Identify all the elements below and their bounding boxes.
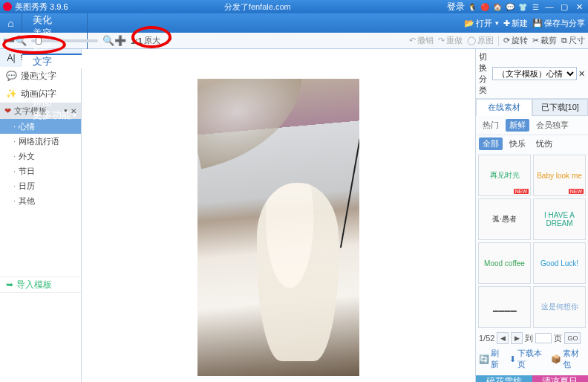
new-badge: NEW bbox=[514, 189, 529, 194]
weibo-icon[interactable]: 🔴 bbox=[480, 1, 490, 12]
rp-tab-0[interactable]: 在线素材 bbox=[476, 99, 532, 116]
category-close-icon[interactable]: ✕ bbox=[578, 69, 585, 79]
rp-filter-2[interactable]: 会员独享 bbox=[532, 119, 572, 132]
thumb-label: Mood coffee bbox=[484, 259, 525, 268]
tab-1[interactable]: 美容 bbox=[22, 27, 88, 40]
menu-icon[interactable]: ☰ bbox=[530, 1, 540, 12]
page-next-button[interactable]: ▶ bbox=[511, 332, 523, 344]
thumb-2[interactable]: 孤·愚者 bbox=[478, 198, 531, 240]
thumb-label: 再见时光 bbox=[490, 170, 520, 181]
thumb-label: ▁▁▁▁ bbox=[493, 303, 517, 311]
open-button[interactable]: 📂 打开 ▾ bbox=[464, 18, 499, 29]
left-sub-5[interactable]: 其他 bbox=[0, 193, 81, 208]
rp-chip-2[interactable]: 忧伤 bbox=[532, 137, 556, 150]
left-sub-4[interactable]: 日历 bbox=[0, 178, 81, 193]
crop-button[interactable]: ✂ 裁剪 bbox=[532, 35, 557, 46]
skin-icon[interactable]: 👕 bbox=[517, 1, 528, 12]
rp-chip-0[interactable]: 全部 bbox=[479, 137, 503, 150]
thumb-label: I HAVE A DREAM bbox=[535, 211, 584, 227]
banner-1b[interactable]: 清凉夏日 bbox=[532, 375, 589, 383]
page-go-button[interactable]: GO bbox=[564, 332, 581, 344]
left-sub-2[interactable]: 外文 bbox=[0, 149, 81, 164]
page-prev-button[interactable]: ◀ bbox=[497, 332, 509, 344]
tab-2[interactable]: 饰品 bbox=[22, 40, 88, 54]
tab-0[interactable]: 美化 bbox=[22, 13, 88, 27]
tab-4[interactable]: 边框 bbox=[22, 68, 88, 82]
zoom-in-button[interactable]: 🔍➕ bbox=[102, 35, 126, 46]
material-pack-link[interactable]: 📦 素材包 bbox=[551, 348, 585, 370]
rp-chip-1[interactable]: 快乐 bbox=[506, 137, 529, 150]
switch-category-label: 切换分类 bbox=[479, 51, 491, 96]
thumb-6[interactable]: ▁▁▁▁ bbox=[478, 286, 531, 328]
download-page-link[interactable]: ⬇ 下载本页 bbox=[509, 348, 548, 370]
qq-icon[interactable]: 🐧 bbox=[467, 1, 477, 12]
tab-7[interactable]: 更多功能▾ bbox=[22, 109, 88, 122]
maximize-button[interactable]: ▢ bbox=[558, 1, 570, 12]
thumb-3[interactable]: I HAVE A DREAM bbox=[533, 198, 586, 240]
orig-button[interactable]: ◯ 原图 bbox=[467, 35, 494, 46]
close-button[interactable]: ✕ bbox=[573, 1, 585, 12]
redo-button[interactable]: ↷ 重做 bbox=[438, 35, 463, 46]
photo-preview bbox=[197, 79, 359, 376]
thumb-4[interactable]: Mood coffee bbox=[478, 242, 531, 284]
left-sub-1[interactable]: 网络流行语 bbox=[0, 134, 81, 149]
left-sub-3[interactable]: 节日 bbox=[0, 164, 81, 178]
undo-button[interactable]: ↶ 撤销 bbox=[409, 35, 434, 46]
minimize-button[interactable]: — bbox=[543, 1, 555, 12]
app-icon bbox=[3, 2, 12, 11]
left-item-icon: ✨ bbox=[6, 88, 16, 99]
login-link[interactable]: 登录 bbox=[447, 1, 465, 13]
tab-5[interactable]: 场景 bbox=[22, 82, 88, 95]
zoom-11-button[interactable]: 1:1 原大 bbox=[131, 35, 160, 46]
fit-button[interactable]: ⤢ bbox=[165, 35, 173, 46]
left-item-icon: A| bbox=[6, 53, 16, 63]
left-item-icon: 💬 bbox=[6, 71, 16, 81]
thumb-label: 这是何想你 bbox=[541, 302, 578, 312]
save-button[interactable]: 💾 保存与分享 bbox=[532, 18, 585, 29]
thumb-1[interactable]: Baby look meNEW bbox=[533, 155, 586, 196]
tab-3[interactable]: 文字 bbox=[22, 54, 88, 68]
rp-filter-1[interactable]: 新鲜 bbox=[506, 119, 529, 132]
home-button[interactable]: ⌂ bbox=[0, 13, 22, 33]
new-badge: NEW bbox=[569, 189, 584, 194]
banner-1a[interactable]: 碎花雪纺 bbox=[476, 375, 532, 383]
rp-tab-1[interactable]: 已下载[10] bbox=[532, 99, 589, 116]
category-select[interactable]: （文字模板）心情 bbox=[492, 67, 577, 80]
page-input[interactable] bbox=[535, 333, 552, 343]
thumb-label: Good Luck! bbox=[540, 259, 578, 268]
msg-icon[interactable]: 💬 bbox=[505, 1, 515, 12]
new-button[interactable]: ✚ 新建 bbox=[503, 18, 528, 29]
home-icon[interactable]: 🏠 bbox=[492, 1, 503, 12]
thumb-0[interactable]: 再见时光NEW bbox=[478, 155, 531, 196]
page-to-label: 到 bbox=[525, 333, 533, 344]
thumb-5[interactable]: Good Luck! bbox=[533, 242, 586, 284]
page-unit-label: 页 bbox=[554, 333, 562, 344]
rotate-button[interactable]: ⟳ 旋转 bbox=[503, 35, 528, 46]
rp-filter-0[interactable]: 热门 bbox=[479, 119, 503, 132]
window-title: 美图秀秀 3.9.6 bbox=[15, 1, 68, 13]
title-center-text: 分发了fenfale.com bbox=[68, 1, 447, 13]
thumb-7[interactable]: 这是何想你 bbox=[533, 286, 586, 328]
refresh-link[interactable]: 🔄 刷新 bbox=[479, 348, 506, 370]
size-button[interactable]: ⧉ 尺寸 bbox=[561, 35, 585, 46]
page-indicator: 1/52 bbox=[479, 334, 494, 343]
import-template-button[interactable]: ➥ 导入模板 bbox=[0, 276, 81, 293]
canvas-area[interactable] bbox=[82, 49, 475, 382]
zoom-slider[interactable] bbox=[31, 39, 98, 42]
thumb-label: 孤·愚者 bbox=[492, 214, 517, 224]
tab-6[interactable]: 拼图 bbox=[22, 95, 88, 109]
thumb-label: Baby look me bbox=[537, 172, 582, 180]
